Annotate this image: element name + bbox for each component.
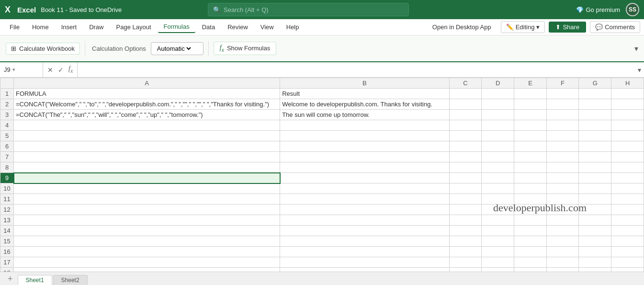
col-header-g[interactable]: G	[579, 78, 611, 89]
row-number[interactable]: 18	[0, 268, 14, 272]
table-cell[interactable]	[280, 226, 449, 236]
table-cell[interactable]	[14, 173, 280, 183]
table-cell[interactable]	[449, 226, 482, 236]
table-cell[interactable]	[579, 173, 611, 183]
calculation-options-select[interactable]: Automatic Manual	[155, 45, 192, 53]
table-cell[interactable]	[449, 247, 482, 257]
sheet-tab-sheet2[interactable]: Sheet2	[53, 275, 88, 285]
table-cell[interactable]	[611, 247, 644, 257]
table-cell[interactable]	[579, 141, 611, 152]
table-cell[interactable]	[546, 110, 579, 120]
formula-bar-expand-icon[interactable]: ▾	[635, 66, 644, 74]
ribbon-expand-icon[interactable]: ▾	[634, 44, 638, 53]
row-number[interactable]: 9	[0, 173, 14, 183]
table-cell[interactable]	[14, 268, 280, 272]
table-cell[interactable]	[14, 152, 280, 162]
table-cell[interactable]	[482, 183, 514, 194]
table-cell[interactable]: The sun will come up tomorrow.	[280, 110, 449, 120]
row-number[interactable]: 10	[0, 183, 14, 194]
table-cell[interactable]	[546, 236, 579, 247]
table-cell[interactable]	[546, 194, 579, 205]
table-cell[interactable]	[514, 131, 547, 141]
table-cell[interactable]	[611, 194, 644, 205]
table-cell[interactable]	[280, 152, 449, 162]
table-cell[interactable]	[579, 247, 611, 257]
table-cell[interactable]	[482, 236, 514, 247]
go-premium-button[interactable]: 💎 Go premium	[576, 6, 620, 13]
table-cell[interactable]	[449, 162, 482, 173]
table-cell[interactable]	[546, 120, 579, 131]
table-cell[interactable]	[449, 131, 482, 141]
editing-button[interactable]: ✏️ Editing ▾	[501, 21, 545, 33]
table-cell[interactable]	[546, 131, 579, 141]
col-header-e[interactable]: E	[514, 78, 547, 89]
row-number[interactable]: 12	[0, 205, 14, 215]
calculate-workbook-button[interactable]: ⊞ Calculate Workbook	[6, 43, 80, 55]
table-cell[interactable]	[280, 215, 449, 226]
share-button[interactable]: ⬆ Share	[549, 22, 586, 33]
table-cell[interactable]	[449, 215, 482, 226]
col-header-a[interactable]: A	[14, 78, 280, 89]
table-cell[interactable]	[579, 215, 611, 226]
table-cell[interactable]: =CONCAT("Welcome"," ","to"," ","develope…	[14, 99, 280, 110]
table-cell[interactable]	[14, 257, 280, 268]
cell-ref-dropdown-icon[interactable]: ▾	[12, 67, 15, 73]
table-cell[interactable]	[449, 110, 482, 120]
table-cell[interactable]	[611, 141, 644, 152]
table-cell[interactable]	[482, 268, 514, 272]
cancel-formula-icon[interactable]: ✕	[46, 65, 55, 75]
menu-insert[interactable]: Insert	[56, 22, 83, 33]
table-cell[interactable]	[14, 226, 280, 236]
table-cell[interactable]	[280, 194, 449, 205]
table-cell[interactable]	[546, 173, 579, 183]
table-cell[interactable]	[514, 247, 547, 257]
menu-review[interactable]: Review	[222, 22, 254, 33]
table-cell[interactable]	[14, 120, 280, 131]
table-cell[interactable]	[611, 257, 644, 268]
table-cell[interactable]	[280, 162, 449, 173]
row-number[interactable]: 7	[0, 152, 14, 162]
table-cell[interactable]	[14, 131, 280, 141]
table-cell[interactable]	[482, 173, 514, 183]
confirm-formula-icon[interactable]: ✓	[56, 65, 65, 75]
row-number[interactable]: 4	[0, 120, 14, 131]
table-cell[interactable]	[449, 194, 482, 205]
table-cell[interactable]	[611, 205, 644, 215]
menu-home[interactable]: Home	[26, 22, 55, 33]
table-cell[interactable]	[280, 236, 449, 247]
table-cell[interactable]	[514, 162, 547, 173]
table-cell[interactable]	[514, 120, 547, 131]
table-cell[interactable]	[611, 215, 644, 226]
col-header-h[interactable]: H	[611, 78, 644, 89]
sheet-tab-sheet1[interactable]: Sheet1	[18, 275, 52, 285]
calculation-options-dropdown[interactable]: Automatic Manual	[151, 42, 203, 55]
row-number[interactable]: 6	[0, 141, 14, 152]
table-cell[interactable]	[514, 183, 547, 194]
table-cell[interactable]	[449, 257, 482, 268]
spreadsheet-container[interactable]: A B C D E F G H 1FORMULAResult2=CONCAT("…	[0, 78, 644, 272]
table-cell[interactable]	[514, 99, 547, 110]
table-cell[interactable]	[611, 152, 644, 162]
table-cell[interactable]	[514, 236, 547, 247]
table-cell[interactable]	[546, 162, 579, 173]
table-cell[interactable]	[611, 120, 644, 131]
table-cell[interactable]	[579, 131, 611, 141]
table-cell[interactable]	[611, 236, 644, 247]
table-cell[interactable]	[482, 247, 514, 257]
search-box[interactable]: 🔍 Search (Alt + Q)	[208, 3, 409, 16]
table-cell[interactable]	[546, 99, 579, 110]
table-cell[interactable]	[546, 152, 579, 162]
table-cell[interactable]	[579, 257, 611, 268]
table-cell[interactable]	[546, 247, 579, 257]
row-number[interactable]: 1	[0, 89, 14, 99]
table-cell[interactable]: Welcome to developerpublish.com. Thanks …	[280, 99, 449, 110]
table-cell[interactable]: =CONCAT("The"," ","sun"," ","will"," ","…	[14, 110, 280, 120]
table-cell[interactable]	[546, 268, 579, 272]
table-cell[interactable]	[546, 215, 579, 226]
table-cell[interactable]	[482, 194, 514, 205]
table-cell[interactable]	[449, 141, 482, 152]
table-cell[interactable]	[482, 99, 514, 110]
user-avatar[interactable]: SS	[626, 3, 639, 16]
table-cell[interactable]	[482, 120, 514, 131]
row-number[interactable]: 3	[0, 110, 14, 120]
